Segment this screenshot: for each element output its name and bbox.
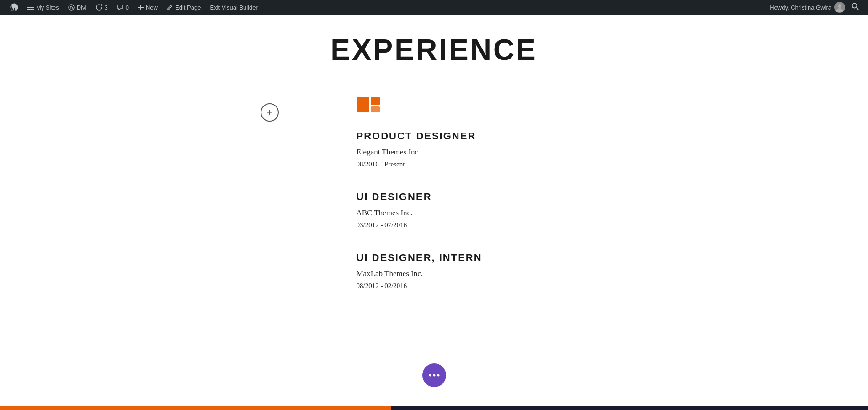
- comments-item[interactable]: 0: [112, 0, 133, 15]
- svg-point-8: [852, 4, 857, 8]
- company-2: ABC Themes Inc.: [357, 208, 676, 218]
- exit-vb-item[interactable]: Exit Visual Builder: [205, 0, 262, 15]
- right-column: PRODUCT DESIGNER Elegant Themes Inc. 08/…: [347, 94, 676, 313]
- my-sites-item[interactable]: My Sites: [23, 0, 64, 15]
- page-wrapper: EXPERIENCE +: [0, 0, 868, 331]
- exit-vb-label: Exit Visual Builder: [210, 4, 258, 11]
- comments-count: 0: [126, 4, 129, 11]
- job-title-2: UI DESIGNER: [357, 191, 676, 203]
- add-section-button[interactable]: +: [261, 103, 279, 122]
- svg-rect-11: [371, 97, 380, 105]
- wp-logo-item[interactable]: [5, 0, 23, 15]
- svg-point-7: [838, 4, 841, 8]
- floating-action-button[interactable]: [422, 363, 446, 387]
- my-sites-label: My Sites: [36, 4, 59, 11]
- updates-item[interactable]: 3: [91, 0, 112, 15]
- svg-point-15: [437, 374, 439, 377]
- new-label: New: [146, 4, 158, 11]
- svg-rect-0: [27, 5, 34, 5]
- svg-rect-2: [27, 9, 34, 10]
- section-icon: [357, 94, 676, 117]
- dates-3: 08/2012 - 02/2016: [357, 282, 676, 290]
- svg-rect-10: [357, 97, 369, 112]
- plus-icon: +: [266, 106, 272, 118]
- updates-count: 3: [105, 4, 108, 11]
- divi-label: Divi: [77, 4, 87, 11]
- dates-2: 03/2012 - 07/2016: [357, 221, 676, 229]
- dates-1: 08/2016 - Present: [357, 160, 676, 168]
- job-title-3: UI DESIGNER, INTERN: [357, 252, 676, 264]
- experience-item: UI DESIGNER ABC Themes Inc. 03/2012 - 07…: [357, 191, 676, 229]
- adminbar-right: Howdy, Christina Gwira: [770, 2, 863, 13]
- experience-item: UI DESIGNER, INTERN MaxLab Themes Inc. 0…: [357, 252, 676, 290]
- svg-point-14: [433, 374, 435, 377]
- experience-list: PRODUCT DESIGNER Elegant Themes Inc. 08/…: [357, 130, 676, 290]
- svg-rect-12: [371, 106, 380, 112]
- page-title: EXPERIENCE: [0, 33, 868, 67]
- svg-text:D: D: [70, 5, 73, 10]
- search-icon[interactable]: [848, 3, 863, 12]
- content-area: + PRODUCT DESIGNER: [183, 76, 686, 331]
- edit-page-label: Edit Page: [175, 4, 201, 11]
- left-column: +: [192, 94, 347, 313]
- job-title-1: PRODUCT DESIGNER: [357, 130, 676, 142]
- experience-item: PRODUCT DESIGNER Elegant Themes Inc. 08/…: [357, 130, 676, 168]
- edit-page-item[interactable]: Edit Page: [162, 0, 205, 15]
- admin-bar: My Sites D Divi 3 0 New Edit Page Exit V…: [0, 0, 868, 15]
- svg-line-9: [857, 8, 859, 10]
- svg-rect-1: [27, 7, 34, 8]
- company-1: Elegant Themes Inc.: [357, 148, 676, 157]
- avatar[interactable]: [834, 2, 845, 13]
- company-3: MaxLab Themes Inc.: [357, 269, 676, 278]
- page-header: EXPERIENCE: [0, 15, 868, 76]
- divi-item[interactable]: D Divi: [64, 0, 91, 15]
- new-item[interactable]: New: [133, 0, 162, 15]
- bottom-bar: [0, 406, 868, 410]
- svg-point-13: [429, 374, 431, 377]
- howdy-text: Howdy, Christina Gwira: [770, 4, 831, 11]
- palette-icon: [357, 94, 382, 115]
